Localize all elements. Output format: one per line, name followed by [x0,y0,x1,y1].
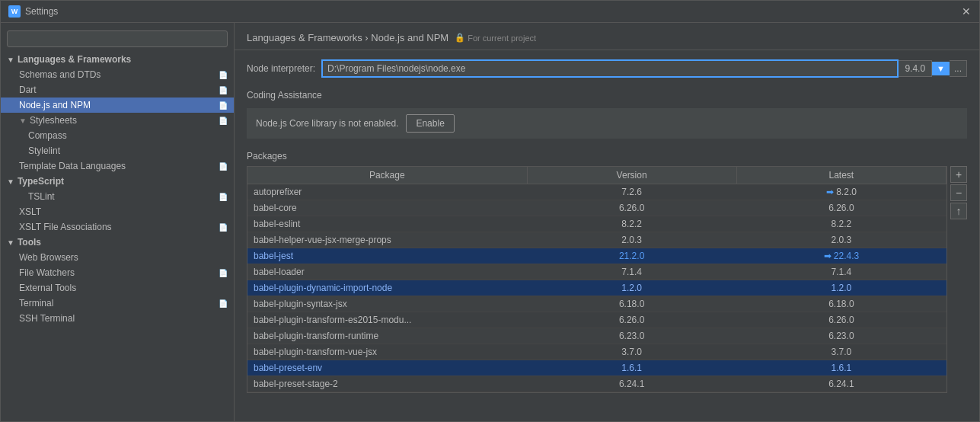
sidebar-item-label: Web Browsers [19,252,228,263]
table-row[interactable]: babel-helper-vue-jsx-merge-props2.0.32.0… [247,232,946,248]
cell-version: 1.6.1 [527,360,736,376]
coding-assistance-bar: Node.js Core library is not enabled. Ena… [247,108,967,139]
sidebar-item-schemas-dtds[interactable]: Schemas and DTDs 📄 [1,67,234,82]
sidebar-item-xslt-file[interactable]: XSLT File Associations 📄 [1,219,234,235]
table-row[interactable]: babel-plugin-transform-runtime6.23.06.23… [247,328,946,344]
cell-latest: 6.23.0 [736,328,946,344]
page-icon: 📄 [219,223,228,232]
page-icon: 📄 [219,71,228,79]
table-row[interactable]: babel-core6.26.06.26.0 [247,200,946,216]
table-row[interactable]: autoprefixer7.2.6➡ 8.2.0 [247,184,946,200]
page-icon: 📄 [219,86,228,94]
sidebar-item-ssh-terminal[interactable]: SSH Terminal [1,311,234,326]
coding-assistance-title: Coding Assistance [247,90,967,101]
packages-title: Packages [247,151,967,161]
cell-version: 7.1.4 [527,264,736,280]
cell-latest: 3.7.0 [736,344,946,360]
remove-package-button[interactable]: − [950,184,967,201]
cell-version: 6.18.0 [527,296,736,312]
table-row[interactable]: babel-preset-env1.6.11.6.1 [247,360,946,376]
lock-icon: 🔒 [455,33,465,43]
title-bar-left: W Settings [8,5,58,18]
cell-latest: 6.18.0 [736,296,946,312]
cell-package: babel-helper-vue-jsx-merge-props [247,232,527,248]
sidebar-item-external-tools[interactable]: External Tools [1,280,234,296]
sidebar-item-file-watchers[interactable]: File Watchers 📄 [1,265,234,280]
sidebar-item-stylesheets[interactable]: ▼ Stylesheets 📄 [1,113,234,128]
cell-package: babel-plugin-transform-runtime [247,328,527,344]
sidebar-item-nodejs[interactable]: Node.js and NPM 📄 [1,98,234,113]
sidebar-item-stylelint[interactable]: Stylelint [1,143,234,158]
sidebar-item-label: Schemas and DTDs [19,69,219,80]
sidebar-item-tslint[interactable]: TSLint 📄 [1,189,234,204]
table-row[interactable]: babel-plugin-transform-es2015-modu...6.2… [247,312,946,328]
arrow-icon: ▼ [19,117,27,125]
sidebar-item-web-browsers[interactable]: Web Browsers [1,250,234,265]
sidebar-item-dart[interactable]: Dart 📄 [1,82,234,98]
sidebar-item-terminal[interactable]: Terminal 📄 [1,296,234,311]
node-interpreter-input[interactable] [321,59,899,78]
cell-latest: 6.26.0 [736,312,946,328]
settings-window: W Settings ✕ ▼ Languages & Frameworks Sc… [0,0,980,422]
sidebar-search-wrap [1,26,234,52]
packages-table: Package Version Latest autoprefixer7.2.6… [247,167,946,392]
sidebar-item-label: Stylesheets [30,115,219,126]
cell-package: babel-loader [247,264,527,280]
sidebar-item-label: Dart [19,85,219,95]
cell-package: babel-plugin-transform-es2015-modu... [247,312,527,328]
page-icon: 📄 [219,299,228,308]
node-interpreter-dropdown-btn[interactable]: ▼ [932,62,950,75]
cell-version: 8.2.2 [527,216,736,232]
cell-version: 2.0.3 [527,232,736,248]
table-container: Package Version Latest autoprefixer7.2.6… [247,166,967,393]
table-actions: + − ↑ [950,166,967,219]
sidebar-item-label: Stylelint [28,145,228,156]
app-icon: W [8,5,21,18]
sidebar-item-label: XSLT [19,206,228,217]
breadcrumb: Languages & Frameworks › Node.js and NPM… [247,32,967,43]
table-row[interactable]: babel-preset-stage-26.24.16.24.1 [247,376,946,392]
cell-version: 1.2.0 [527,280,736,296]
sidebar-item-xslt[interactable]: XSLT [1,204,234,219]
close-button[interactable]: ✕ [961,6,972,17]
sidebar-item-label: TSLint [28,191,219,202]
cell-version: 6.23.0 [527,328,736,344]
node-interpreter-ellipsis-btn[interactable]: ... [950,60,967,77]
table-row[interactable]: babel-plugin-dynamic-import-node1.2.01.2… [247,280,946,296]
sidebar-item-template-data[interactable]: Template Data Languages 📄 [1,158,234,174]
project-note: 🔒 For current project [455,33,536,43]
section-tools[interactable]: ▼ Tools [1,235,234,250]
table-row[interactable]: babel-loader7.1.47.1.4 [247,264,946,280]
cell-latest: 6.26.0 [736,200,946,216]
sidebar-item-label: XSLT File Associations [19,222,219,232]
section-label: Tools [18,237,41,248]
cell-version: 6.24.1 [527,376,736,392]
cell-latest: 6.24.1 [736,376,946,392]
section-label: TypeScript [18,176,64,187]
page-icon: 📄 [219,117,228,125]
table-row[interactable]: babel-jest21.2.0➡ 22.4.3 [247,248,946,264]
cell-latest: 7.1.4 [736,264,946,280]
cell-package: babel-eslint [247,216,527,232]
table-row[interactable]: babel-plugin-transform-vue-jsx3.7.03.7.0 [247,344,946,360]
sidebar-item-compass[interactable]: Compass [1,128,234,143]
add-package-button[interactable]: + [950,166,967,183]
enable-button[interactable]: Enable [406,114,454,133]
main-body: Node interpreter: 9.4.0 ▼ ... Coding Ass… [235,50,979,421]
cell-latest: 1.6.1 [736,360,946,376]
page-icon: 📄 [219,162,228,171]
sidebar-search-input[interactable] [7,30,228,47]
page-icon: 📄 [219,269,228,277]
table-row[interactable]: babel-plugin-syntax-jsx6.18.06.18.0 [247,296,946,312]
arrow-icon: ▼ [7,238,14,247]
cell-version: 6.26.0 [527,200,736,216]
cell-latest: 8.2.2 [736,216,946,232]
cell-package: babel-plugin-dynamic-import-node [247,280,527,296]
sidebar-item-label: File Watchers [19,267,219,278]
node-version: 9.4.0 [899,60,932,77]
sidebar-item-typescript[interactable]: ▼ TypeScript [1,174,234,189]
up-package-button[interactable]: ↑ [950,203,967,219]
table-row[interactable]: babel-eslint8.2.28.2.2 [247,216,946,232]
section-languages-frameworks[interactable]: ▼ Languages & Frameworks [1,52,234,67]
sidebar-item-label: Terminal [19,298,219,309]
